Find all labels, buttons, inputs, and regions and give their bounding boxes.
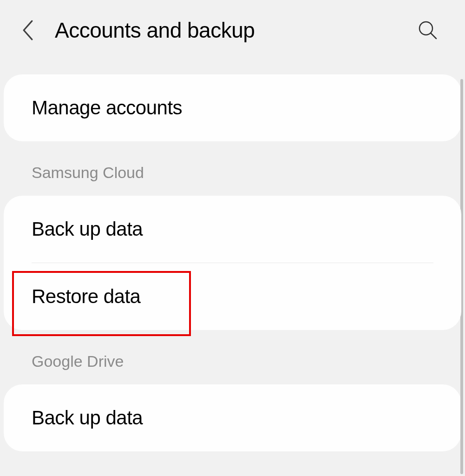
manage-accounts-label: Manage accounts (32, 97, 433, 119)
content-area: Manage accounts Samsung Cloud Back up da… (0, 74, 465, 451)
search-icon (418, 20, 438, 40)
samsung-restore-item[interactable]: Restore data (4, 263, 461, 330)
back-button[interactable] (14, 16, 42, 44)
chevron-left-icon (21, 20, 34, 40)
samsung-backup-item[interactable]: Back up data (4, 196, 461, 263)
search-button[interactable] (414, 16, 442, 44)
google-backup-item[interactable]: Back up data (4, 384, 461, 451)
section-header-samsung-cloud: Samsung Cloud (4, 141, 461, 196)
manage-accounts-item[interactable]: Manage accounts (4, 74, 461, 141)
section-header-google-drive: Google Drive (4, 330, 461, 384)
samsung-backup-label: Back up data (32, 218, 433, 240)
header-bar: Accounts and backup (0, 0, 465, 60)
samsung-restore-label: Restore data (32, 285, 433, 308)
svg-line-1 (431, 33, 436, 39)
samsung-cloud-card: Back up data Restore data (4, 196, 461, 330)
page-title: Accounts and backup (55, 18, 414, 43)
google-backup-label: Back up data (32, 407, 433, 429)
google-drive-card: Back up data (4, 384, 461, 451)
